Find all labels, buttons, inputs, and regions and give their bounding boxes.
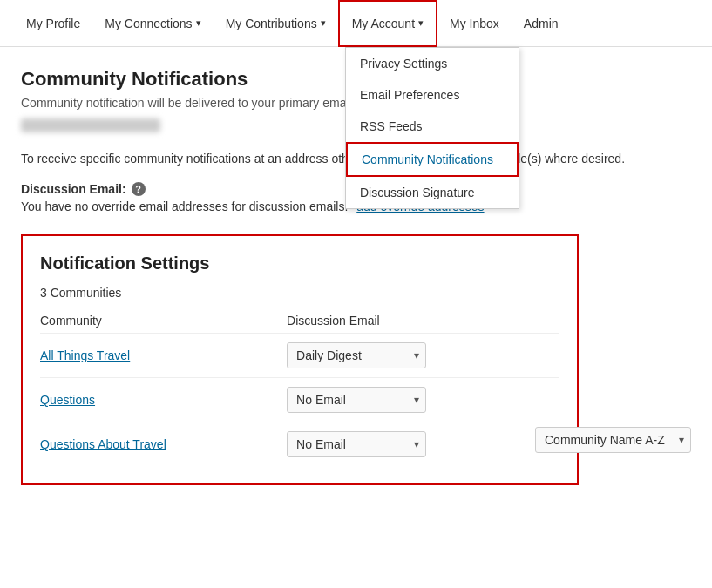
nav-item-admin[interactable]: Admin (512, 0, 571, 47)
chevron-down-icon: ▾ (321, 17, 326, 29)
nav-item-my-inbox[interactable]: My Inbox (437, 0, 512, 47)
table-row: QuestionsNo EmailDaily DigestReal Time (40, 378, 559, 422)
dropdown-item-email-preferences[interactable]: Email Preferences (346, 79, 519, 111)
email-select[interactable]: No EmailDaily DigestReal Time (287, 387, 426, 413)
help-icon[interactable]: ? (132, 182, 146, 196)
table-row: Questions About TravelNo EmailDaily Dige… (40, 422, 559, 467)
community-link[interactable]: Questions About Travel (40, 437, 166, 451)
settings-title: Notification Settings (40, 253, 559, 274)
nav-label-my-account: My Account (352, 17, 415, 30)
dropdown-item-community-notifications[interactable]: Community Notifications (346, 142, 519, 177)
notification-settings-box: Notification Settings 3 Communities Comm… (21, 234, 579, 485)
nav-item-my-connections[interactable]: My Connections ▾ (92, 0, 213, 47)
nav-label-admin: Admin (524, 17, 559, 30)
email-select[interactable]: No EmailDaily DigestReal Time (287, 342, 426, 368)
nav-label-my-connections: My Connections (105, 17, 192, 30)
chevron-down-icon: ▾ (196, 17, 201, 29)
dropdown-item-rss-feeds[interactable]: RSS Feeds (346, 111, 519, 142)
dropdown-item-discussion-signature[interactable]: Discussion Signature (346, 177, 519, 208)
nav-label-my-inbox: My Inbox (450, 17, 499, 30)
col-header-community: Community (40, 308, 287, 334)
dropdown-item-privacy-settings[interactable]: Privacy Settings (346, 48, 519, 79)
email-select[interactable]: No EmailDaily DigestReal Time (287, 431, 426, 457)
table-row: All Things TravelNo EmailDaily DigestRea… (40, 334, 559, 378)
nav-label-my-contributions: My Contributions (226, 17, 317, 30)
nav-item-my-contributions[interactable]: My Contributions ▾ (214, 0, 338, 47)
account-dropdown: Privacy Settings Email Preferences RSS F… (345, 47, 519, 209)
sort-dropdown-area: Community Name A-Z Community Name Z-A (535, 427, 691, 453)
col-header-discussion-email: Discussion Email (287, 308, 559, 334)
email-select-wrapper: No EmailDaily DigestReal Time (287, 342, 426, 368)
nav-item-my-profile[interactable]: My Profile (14, 0, 92, 47)
email-select-wrapper: No EmailDaily DigestReal Time (287, 387, 426, 413)
nav-label-my-profile: My Profile (26, 17, 80, 30)
email-select-wrapper: No EmailDaily DigestReal Time (287, 431, 426, 457)
primary-email-blurred (21, 118, 160, 132)
communities-count: 3 Communities (40, 286, 559, 300)
nav-bar: My Profile My Connections ▾ My Contribut… (0, 0, 712, 47)
nav-item-my-account[interactable]: My Account ▾ (338, 0, 437, 47)
sort-select-wrapper: Community Name A-Z Community Name Z-A (535, 427, 691, 453)
community-link[interactable]: Questions (40, 393, 95, 407)
chevron-down-icon: ▾ (418, 17, 424, 29)
communities-table: Community Discussion Email All Things Tr… (40, 308, 559, 466)
community-link[interactable]: All Things Travel (40, 348, 130, 362)
sort-select[interactable]: Community Name A-Z Community Name Z-A (535, 427, 691, 453)
